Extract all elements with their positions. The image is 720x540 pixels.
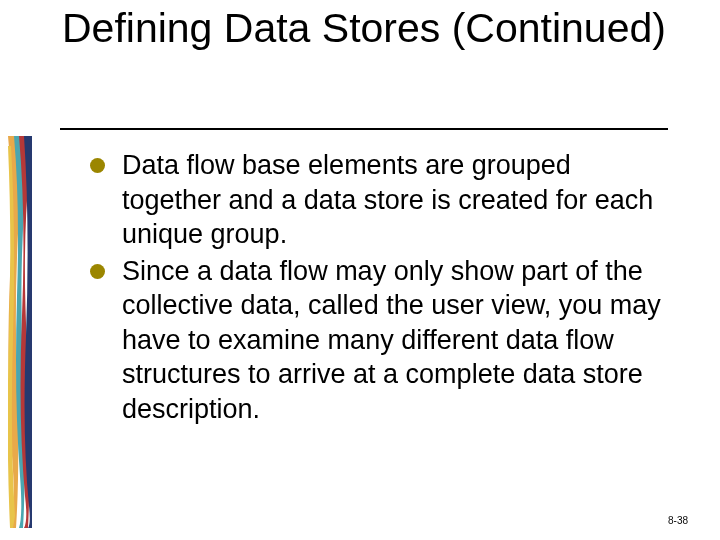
slide-title: Defining Data Stores (Continued) (62, 6, 680, 52)
bullet-item: Data flow base elements are grouped toge… (90, 148, 674, 252)
decorative-side-strip (8, 136, 32, 528)
body-content: Data flow base elements are grouped toge… (90, 148, 674, 428)
bullet-item: Since a data flow may only show part of … (90, 254, 674, 427)
title-underline (60, 128, 668, 130)
page-number: 8-38 (668, 515, 688, 526)
